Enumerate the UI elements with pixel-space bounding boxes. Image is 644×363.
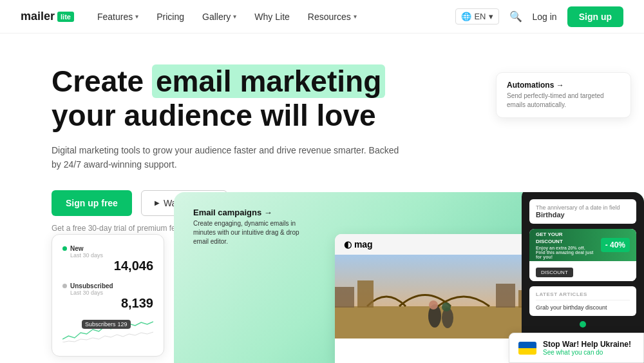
discount-btn-row: DISCOUNT bbox=[529, 261, 636, 281]
svg-rect-3 bbox=[357, 280, 374, 308]
chart-area: Subscribers 129 bbox=[62, 320, 153, 346]
stat-new-sublabel: Last 30 days bbox=[70, 252, 153, 259]
nav-features[interactable]: Features ▾ bbox=[97, 12, 138, 22]
globe-icon: 🌐 bbox=[461, 12, 471, 21]
nav-whylite[interactable]: Why Lite bbox=[254, 12, 289, 22]
nav-pricing[interactable]: Pricing bbox=[156, 12, 184, 22]
automations-desc: Send perfectly-timed and targeted emails… bbox=[507, 92, 620, 110]
svg-point-8 bbox=[429, 300, 438, 309]
stat-new-dot bbox=[62, 246, 67, 251]
chevron-down-icon: ▾ bbox=[135, 13, 138, 20]
email-image bbox=[335, 255, 535, 338]
discount-card: GET YOUR DISCOUNT Enjoy an extra 20% off… bbox=[529, 229, 636, 281]
discount-banner: GET YOUR DISCOUNT Enjoy an extra 20% off… bbox=[529, 229, 636, 261]
nav-links: Features ▾ Pricing Gallery ▾ Why Lite Re… bbox=[97, 12, 357, 22]
chevron-down-icon-3: ▾ bbox=[354, 13, 357, 20]
ukraine-title: Stop War! Help Ukraine! bbox=[543, 340, 631, 349]
campaign-desc: Create engaging, dynamic emails in minut… bbox=[193, 219, 316, 246]
language-selector[interactable]: 🌐 EN ▾ bbox=[455, 8, 498, 25]
svg-rect-4 bbox=[496, 284, 515, 308]
play-icon: ▶ bbox=[155, 199, 160, 206]
hero-highlight: email marketing bbox=[152, 64, 385, 98]
stat-unsub-label: Unsubscribed bbox=[62, 282, 153, 289]
automations-title: Automations → bbox=[507, 81, 620, 90]
discount-button[interactable]: DISCOUNT bbox=[536, 268, 573, 277]
nav-dot bbox=[580, 321, 586, 328]
campaign-label: Email campaigns → Create engaging, dynam… bbox=[193, 208, 316, 246]
nav-right: 🌐 EN ▾ 🔍 Log in Sign up bbox=[455, 6, 623, 27]
svg-rect-2 bbox=[335, 287, 354, 308]
lang-chevron-icon: ▾ bbox=[489, 12, 493, 21]
svg-point-9 bbox=[442, 302, 451, 311]
stats-card: New Last 30 days 14,046 Unsubscribed Las… bbox=[52, 234, 164, 357]
stat-new-label: New bbox=[62, 245, 153, 252]
date-trigger-field: The anniversary of a date in field Birth… bbox=[529, 199, 636, 224]
date-value: Birthday bbox=[536, 211, 630, 219]
ukraine-banner: Stop War! Help Ukraine! See what you can… bbox=[509, 333, 644, 363]
ukraine-text: Stop War! Help Ukraine! See what you can… bbox=[543, 340, 631, 356]
navbar: mailer lite Features ▾ Pricing Gallery ▾… bbox=[0, 0, 644, 34]
articles-title: LATEST ARTICLES bbox=[536, 291, 630, 300]
date-label: The anniversary of a date in field bbox=[536, 204, 630, 211]
signup-button[interactable]: Sign up bbox=[567, 6, 623, 27]
signup-free-button[interactable]: Sign up free bbox=[52, 190, 132, 216]
stat-unsub-sublabel: Last 30 days bbox=[70, 289, 153, 296]
nav-gallery[interactable]: Gallery ▾ bbox=[202, 12, 236, 22]
stat-unsub-row: Unsubscribed Last 30 days 8,139 bbox=[62, 282, 153, 311]
email-preview: ◐ mag bbox=[335, 234, 535, 363]
article-item: Grab your birthday discount bbox=[536, 304, 630, 311]
discount-text: GET YOUR DISCOUNT Enjoy an extra 20% off… bbox=[536, 231, 596, 259]
logo[interactable]: mailer lite bbox=[21, 10, 74, 23]
login-button[interactable]: Log in bbox=[533, 12, 557, 22]
ukraine-link[interactable]: See what you can do bbox=[543, 349, 631, 356]
stat-new-row: New Last 30 days 14,046 bbox=[62, 245, 153, 273]
latest-articles: LATEST ARTICLES Grab your birthday disco… bbox=[529, 286, 636, 316]
campaign-title: Email campaigns → bbox=[193, 208, 316, 217]
chevron-down-icon-2: ▾ bbox=[233, 13, 236, 20]
automations-card: Automations → Send perfectly-timed and t… bbox=[496, 72, 631, 118]
stat-unsub-value: 8,139 bbox=[62, 296, 153, 311]
email-header: ◐ mag bbox=[335, 234, 535, 255]
brand-name: mailer bbox=[21, 10, 55, 23]
nav-left: mailer lite Features ▾ Pricing Gallery ▾… bbox=[21, 10, 357, 23]
ukraine-flag bbox=[518, 342, 536, 355]
stat-new-value: 14,046 bbox=[62, 259, 153, 273]
subscribers-badge: Subscribers 129 bbox=[82, 320, 131, 329]
discount-badge: - 40% bbox=[601, 238, 630, 252]
email-logo: ◐ mag bbox=[344, 239, 373, 250]
hero-subtext: Digital marketing tools to grow your aud… bbox=[52, 143, 399, 172]
nav-resources[interactable]: Resources ▾ bbox=[308, 12, 357, 22]
brand-badge: lite bbox=[57, 12, 74, 22]
stat-unsub-dot bbox=[62, 284, 67, 288]
search-button[interactable]: 🔍 bbox=[509, 10, 522, 23]
